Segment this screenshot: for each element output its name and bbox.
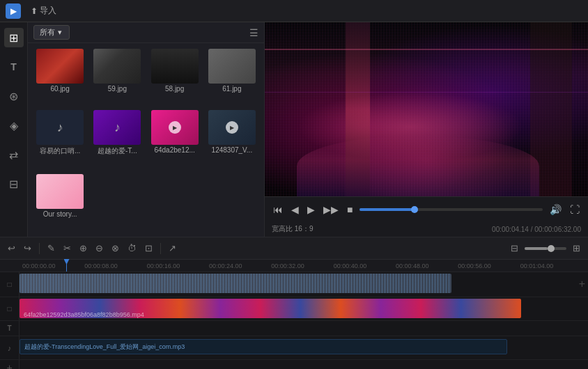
aspect-ratio-label: 宽高比 16：9 xyxy=(272,224,313,234)
time-display: 00:00:04.14 / 00:00:06:32.00 xyxy=(492,226,581,233)
media-item-label: 超越的爱-T... xyxy=(93,146,141,156)
media-item-label: 59.jpg xyxy=(93,85,141,93)
zoom-out-button[interactable]: ⊟ xyxy=(509,242,520,255)
list-item[interactable]: 59.jpg xyxy=(91,49,144,106)
list-item[interactable]: ♪ 容易的口哨... xyxy=(33,110,86,169)
sidebar-item-text[interactable]: T xyxy=(4,57,24,77)
timeline-cursor[interactable] xyxy=(66,260,67,272)
color-clip[interactable]: 64fa2be12592d3a85bf06a8f82b8b956.mp4 xyxy=(20,299,521,318)
timeline-tracks: □ + □ 64fa2be12592d3a85bf06a8f82b8b956.m… xyxy=(0,272,588,369)
media-thumbnail xyxy=(208,49,256,84)
music-icon: ♪ xyxy=(114,120,121,135)
text-icon: T xyxy=(10,61,17,72)
home-button[interactable]: ▶ xyxy=(6,3,21,19)
list-item[interactable]: ♪ 超越的爱-T... xyxy=(91,110,144,169)
sidebar: ⊞ T ⊛ ◈ ⇄ ⊟ xyxy=(0,22,28,237)
track-add-button[interactable]: + xyxy=(579,278,585,290)
ruler-mark: 00:00:32.00 xyxy=(271,262,333,269)
video-frame xyxy=(265,22,588,196)
undo-button[interactable]: ↩ xyxy=(6,242,17,255)
cut-button[interactable]: ✂ xyxy=(61,242,73,255)
top-bar: ▶ ⬆ 导入 xyxy=(0,0,588,22)
video-canvas xyxy=(265,22,588,196)
video-track-icon: □ xyxy=(7,281,11,288)
skip-back-button[interactable]: ⏮ xyxy=(272,203,284,217)
import-button[interactable]: ⬆ 导入 xyxy=(26,3,61,18)
step-forward-button[interactable]: ▶▶ xyxy=(322,203,340,217)
media-thumbnail: ♪ xyxy=(93,110,141,145)
zoom-in-button[interactable]: ⊞ xyxy=(571,242,582,255)
track-content-audio[interactable]: 超越的爱-TranscendingLove_Full_爱始网_aigei_com… xyxy=(20,336,588,359)
ruler-mark: 00:00:16.00 xyxy=(147,262,209,269)
ruler-mark: 00:00:40.00 xyxy=(334,262,396,269)
media-item-label: 容易的口哨... xyxy=(36,146,84,156)
preview-controls: ⏮ ◀ ▶ ▶▶ ■ 🔊 ⛶ xyxy=(265,196,588,221)
redo-button[interactable]: ↪ xyxy=(22,242,33,255)
play-button[interactable]: ▶ xyxy=(306,203,316,217)
split-button[interactable]: ⊗ xyxy=(109,242,121,255)
media-thumbnail: ▶ xyxy=(151,110,199,145)
track-content-text[interactable] xyxy=(20,321,588,336)
edit-button[interactable]: ✎ xyxy=(45,242,57,255)
sidebar-item-effects[interactable]: ⊛ xyxy=(4,86,24,106)
video-waveform xyxy=(20,274,451,293)
ruler-mark: 00:00:24.00 xyxy=(209,262,271,269)
play-overlay-icon: ▶ xyxy=(169,121,181,134)
list-item[interactable]: 61.jpg xyxy=(206,49,258,106)
ruler-mark: 00:00:56.00 xyxy=(458,262,520,269)
track-label-color: □ xyxy=(0,297,20,320)
audio-track-icon: ♪ xyxy=(8,344,12,352)
list-item[interactable]: ▶ 64da2be12... xyxy=(148,110,201,169)
step-back-button[interactable]: ◀ xyxy=(290,203,300,217)
ruler-mark: 00:01:04.00 xyxy=(520,262,582,269)
ruler-mark: 00:00:48.00 xyxy=(396,262,458,269)
progress-handle[interactable] xyxy=(411,206,418,213)
list-item[interactable]: ▶ 1248307_V... xyxy=(206,110,258,169)
track-content-video[interactable]: + xyxy=(20,272,588,297)
transform-icon: ⇄ xyxy=(9,148,18,162)
toolbar-divider-2 xyxy=(160,243,161,254)
reflection xyxy=(297,136,539,197)
table-row: T xyxy=(0,321,588,336)
list-item[interactable]: 60.jpg xyxy=(33,49,86,106)
list-item[interactable]: Our story... xyxy=(33,174,86,231)
progress-fill xyxy=(359,208,415,211)
import-icon: ⬆ xyxy=(31,6,38,16)
media-item-label: Our story... xyxy=(36,210,84,218)
list-item[interactable]: 58.jpg xyxy=(148,49,201,106)
media-panel: 所有 ▾ ☰ 60.jpg 59.jpg xyxy=(28,22,265,237)
home-icon: ▶ xyxy=(10,6,17,16)
speed-button[interactable]: ⏱ xyxy=(125,242,139,255)
preview-panel: ⏮ ◀ ▶ ▶▶ ■ 🔊 ⛶ 宽高比 16：9 00:00:04.14 / 00… xyxy=(265,22,588,237)
remove-button[interactable]: ⊖ xyxy=(93,242,105,255)
sidebar-item-transitions[interactable]: ◈ xyxy=(4,116,24,135)
sidebar-item-transform[interactable]: ⇄ xyxy=(4,145,24,164)
zoom-slider[interactable] xyxy=(525,247,566,250)
effects-icon: ⊛ xyxy=(9,90,18,103)
track-label-audio: ♪ xyxy=(0,336,20,359)
stop-button[interactable]: ■ xyxy=(346,203,354,217)
table-row: □ + xyxy=(0,272,588,297)
media-panel-header: 所有 ▾ ☰ xyxy=(28,22,264,43)
play-progress-bar[interactable] xyxy=(359,208,543,211)
add-button[interactable]: ⊕ xyxy=(77,242,89,255)
color-track-label: 64fa2be12592d3a85bf06a8f82b8b956.mp4 xyxy=(24,311,144,318)
volume-button[interactable]: 🔊 xyxy=(548,203,563,217)
filter-dropdown[interactable]: 所有 ▾ xyxy=(33,25,70,40)
video-clip[interactable] xyxy=(20,274,451,293)
grid-button[interactable]: ⊡ xyxy=(143,242,155,255)
glitch-line xyxy=(265,49,588,50)
sidebar-item-layers[interactable]: ⊟ xyxy=(4,174,24,194)
music-icon: ♪ xyxy=(57,120,63,135)
sidebar-item-media[interactable]: ⊞ xyxy=(4,28,24,47)
import-label: 导入 xyxy=(40,5,56,17)
media-item-label: 61.jpg xyxy=(208,85,256,93)
fullscreen-button[interactable]: ⛶ xyxy=(568,203,581,217)
track-content-color[interactable]: 64fa2be12592d3a85bf06a8f82b8b956.mp4 xyxy=(20,297,588,320)
export-button[interactable]: ↗ xyxy=(167,242,178,255)
menu-icon[interactable]: ☰ xyxy=(249,27,258,38)
timeline-section: ↩ ↪ ✎ ✂ ⊕ ⊖ ⊗ ⏱ ⊡ ↗ ⊟ ⊞ 00:00:00.00 00:0… xyxy=(0,237,588,369)
zoom-slider-fill xyxy=(525,247,548,250)
zoom-handle[interactable] xyxy=(548,245,555,252)
music-clip[interactable]: 超越的爱-TranscendingLove_Full_爱始网_aigei_com… xyxy=(20,339,507,354)
